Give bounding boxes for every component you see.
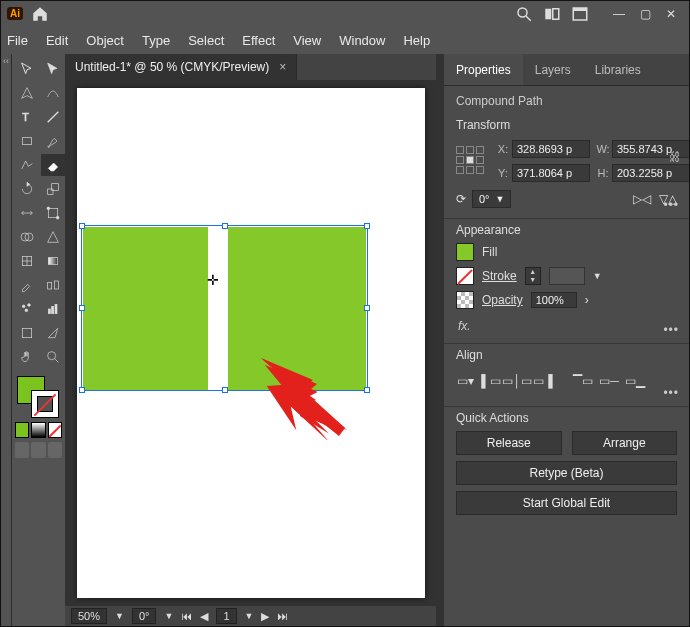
menu-object[interactable]: Object (86, 33, 124, 48)
release-button[interactable]: Release (456, 431, 562, 455)
menu-effect[interactable]: Effect (242, 33, 275, 48)
symbol-sprayer-tool[interactable] (15, 298, 39, 320)
align-left-icon[interactable]: ▌▭ (482, 372, 500, 390)
zoom-level[interactable]: 50% (71, 608, 107, 624)
tab-libraries[interactable]: Libraries (583, 54, 653, 85)
line-tool[interactable] (41, 106, 65, 128)
close-button[interactable]: ✕ (659, 6, 683, 22)
type-tool[interactable]: T (15, 106, 39, 128)
stroke-swatch[interactable] (456, 267, 474, 285)
close-tab-icon[interactable]: × (279, 60, 286, 74)
selection-tool[interactable] (15, 58, 39, 80)
retype-button[interactable]: Retype (Beta) (456, 461, 677, 485)
opacity-popup-icon[interactable]: › (585, 293, 589, 307)
compound-path-part-left[interactable] (83, 227, 208, 390)
document-tab[interactable]: Untitled-1* @ 50 % (CMYK/Preview) × (65, 54, 297, 80)
artboard-tool[interactable] (15, 322, 39, 344)
zoom-tool[interactable] (41, 346, 65, 368)
align-vcenter-icon[interactable]: ▭─ (600, 372, 618, 390)
canvas[interactable]: ✛ (65, 80, 436, 606)
opacity-label[interactable]: Opacity (482, 293, 523, 307)
search-icon[interactable] (515, 5, 533, 23)
arrange-documents-icon[interactable] (571, 5, 589, 23)
fill-swatch[interactable] (456, 243, 474, 261)
rotate-view[interactable]: 0° (132, 608, 157, 624)
fill-stroke-swatch[interactable] (15, 376, 62, 418)
menu-edit[interactable]: Edit (46, 33, 68, 48)
artboard-prev-icon[interactable]: ◀ (200, 610, 208, 623)
artboard-number[interactable]: 1 (216, 608, 236, 624)
workspace-switcher-icon[interactable] (543, 5, 561, 23)
pen-tool[interactable] (15, 82, 39, 104)
free-transform-tool[interactable] (41, 202, 65, 224)
slice-tool[interactable] (41, 322, 65, 344)
fx-button[interactable]: fx. (456, 315, 677, 333)
opacity-field[interactable] (531, 292, 577, 308)
dropdown-icon[interactable]: ▼ (245, 611, 254, 621)
flip-horizontal-icon[interactable]: ▷◁ (633, 192, 651, 206)
stroke-weight-stepper[interactable]: ▲▼ (525, 267, 541, 285)
eyedropper-tool[interactable] (15, 274, 39, 296)
align-bottom-icon[interactable]: ▭▁ (626, 372, 644, 390)
menu-type[interactable]: Type (142, 33, 170, 48)
opacity-swatch[interactable] (456, 291, 474, 309)
color-mode-none[interactable] (48, 422, 62, 438)
x-field[interactable] (512, 140, 590, 158)
shaper-tool[interactable] (15, 154, 39, 176)
reference-point-selector[interactable] (456, 146, 486, 176)
tab-layers[interactable]: Layers (523, 54, 583, 85)
stroke-label[interactable]: Stroke (482, 269, 517, 283)
menu-view[interactable]: View (293, 33, 321, 48)
maximize-button[interactable]: ▢ (633, 6, 657, 22)
align-top-icon[interactable]: ▔▭ (574, 372, 592, 390)
column-graph-tool[interactable] (41, 298, 65, 320)
drawing-mode-normal[interactable] (15, 442, 29, 458)
link-dimensions-icon[interactable]: ⛓̸ (669, 150, 681, 164)
arrange-button[interactable]: Arrange (572, 431, 678, 455)
color-mode-gradient[interactable] (31, 422, 45, 438)
panel-collapse-strip[interactable]: ‹‹ (1, 54, 11, 626)
width-tool[interactable] (15, 202, 39, 224)
curvature-tool[interactable] (41, 82, 65, 104)
chevron-down-icon[interactable]: ▼ (593, 271, 602, 281)
menu-file[interactable]: File (7, 33, 28, 48)
dropdown-icon[interactable]: ▼ (164, 611, 173, 621)
menu-help[interactable]: Help (403, 33, 430, 48)
drawing-mode-inside[interactable] (48, 442, 62, 458)
stroke-color-swatch[interactable] (31, 390, 59, 418)
stroke-weight-field[interactable] (549, 267, 585, 285)
artboard-next-icon[interactable]: ▶ (261, 610, 269, 623)
eraser-tool[interactable] (41, 154, 65, 176)
rectangle-tool[interactable] (15, 130, 39, 152)
blend-tool[interactable] (41, 274, 65, 296)
more-options-icon[interactable]: ••• (663, 198, 679, 212)
tab-properties[interactable]: Properties (444, 54, 523, 85)
global-edit-button[interactable]: Start Global Edit (456, 491, 677, 515)
mesh-tool[interactable] (15, 250, 39, 272)
align-to-dropdown[interactable]: ▭▾ (456, 372, 474, 390)
panel-resize-gap[interactable] (436, 54, 444, 626)
artboard-prev-first-icon[interactable]: ⏮ (181, 610, 192, 622)
gradient-tool[interactable] (41, 250, 65, 272)
artboard-next-last-icon[interactable]: ⏭ (277, 610, 288, 622)
scale-tool[interactable] (41, 178, 65, 200)
paintbrush-tool[interactable] (41, 130, 65, 152)
shape-builder-tool[interactable] (15, 226, 39, 248)
align-right-icon[interactable]: ▭▐ (534, 372, 552, 390)
perspective-grid-tool[interactable] (41, 226, 65, 248)
align-hcenter-icon[interactable]: ▭│▭ (508, 372, 526, 390)
more-options-icon[interactable]: ••• (663, 386, 679, 400)
minimize-button[interactable]: — (607, 6, 631, 22)
menu-select[interactable]: Select (188, 33, 224, 48)
hand-tool[interactable] (15, 346, 39, 368)
y-field[interactable] (512, 164, 590, 182)
home-icon[interactable] (31, 5, 49, 23)
dropdown-icon[interactable]: ▼ (115, 611, 124, 621)
color-mode-solid[interactable] (15, 422, 29, 438)
rotate-field[interactable]: 0°▼ (472, 190, 511, 208)
direct-selection-tool[interactable] (41, 58, 65, 80)
more-options-icon[interactable]: ••• (663, 323, 679, 337)
h-field[interactable] (612, 164, 689, 182)
menu-window[interactable]: Window (339, 33, 385, 48)
drawing-mode-behind[interactable] (31, 442, 45, 458)
